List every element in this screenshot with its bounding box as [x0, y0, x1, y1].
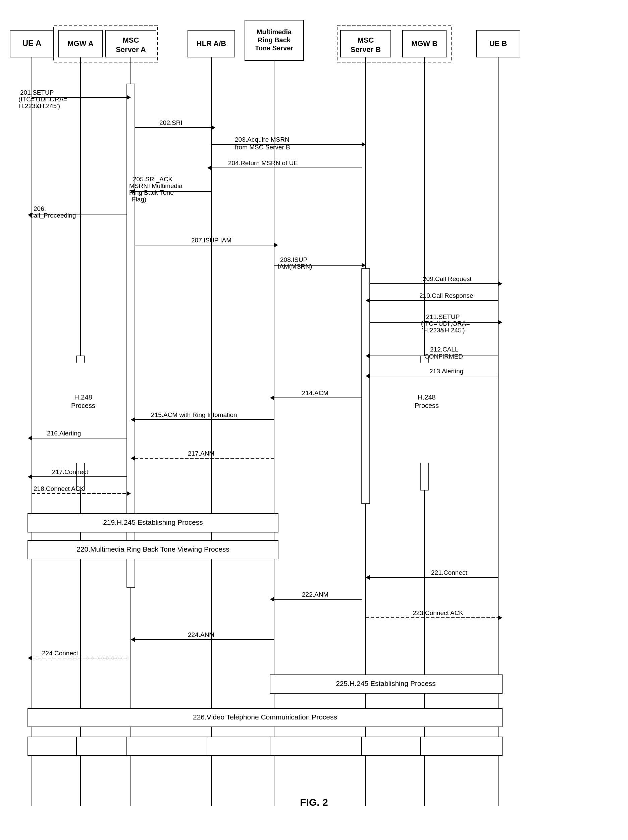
- svg-text:Server B: Server B: [351, 45, 381, 54]
- svg-marker-91: [270, 395, 274, 400]
- svg-text:MSC: MSC: [357, 36, 374, 44]
- svg-marker-113: [366, 575, 370, 580]
- svg-text:Process: Process: [415, 402, 439, 409]
- svg-text:MSC: MSC: [123, 36, 139, 44]
- svg-text:UE A: UE A: [22, 39, 41, 48]
- svg-marker-97: [28, 436, 32, 441]
- svg-text:IAM(MSRN): IAM(MSRN): [278, 263, 312, 270]
- svg-text:210.Call Response: 210.Call Response: [419, 292, 473, 299]
- svg-text:224.Connect: 224.Connect: [42, 650, 78, 657]
- svg-text:H.248: H.248: [74, 393, 92, 401]
- svg-text:Server A: Server A: [116, 45, 146, 54]
- svg-text:209.Call Request: 209.Call Request: [423, 275, 472, 283]
- svg-text:222.ANM: 222.ANM: [302, 591, 329, 598]
- svg-text:223.Connect ACK: 223.Connect ACK: [412, 609, 463, 616]
- svg-text:from MSC Server B: from MSC Server B: [235, 144, 290, 151]
- svg-text:218.Connect ACK: 218.Connect ACK: [33, 485, 84, 492]
- svg-marker-69: [362, 263, 366, 268]
- svg-text:221.Connect: 221.Connect: [431, 569, 467, 576]
- svg-text:205.SRI_ACK: 205.SRI_ACK: [133, 175, 173, 183]
- svg-text:203.Acquire MSRN: 203.Acquire MSRN: [235, 136, 290, 143]
- svg-text:Tone Server: Tone Server: [255, 44, 293, 52]
- svg-text:(ITC='UDI',ORA=': (ITC='UDI',ORA=': [19, 96, 68, 103]
- svg-text:CONFIRMED: CONFIRMED: [424, 353, 463, 360]
- svg-text:H.248: H.248: [418, 393, 436, 401]
- svg-text:224.ANM: 224.ANM: [188, 631, 214, 638]
- svg-text:214.ACM: 214.ACM: [302, 390, 329, 396]
- svg-text:206.: 206.: [33, 205, 46, 212]
- svg-text:Flag): Flag): [132, 196, 146, 203]
- svg-marker-46: [211, 125, 216, 130]
- svg-text:'H.223&H.245'): 'H.223&H.245'): [422, 327, 465, 334]
- svg-marker-125: [28, 656, 32, 660]
- diagram-container: UE A MGW A MSC Server A HLR A/B Multimed…: [0, 0, 628, 840]
- svg-rect-34: [74, 363, 93, 463]
- svg-text:MGW B: MGW B: [411, 39, 438, 48]
- svg-text:FIG. 2: FIG. 2: [300, 797, 328, 808]
- svg-marker-49: [362, 142, 366, 147]
- svg-text:208.ISUP: 208.ISUP: [280, 256, 307, 263]
- svg-text:212.CALL: 212.CALL: [430, 346, 459, 353]
- svg-text:Ring Back: Ring Back: [258, 36, 291, 44]
- svg-text:201.SETUP: 201.SETUP: [20, 89, 54, 96]
- svg-text:HLR A/B: HLR A/B: [197, 39, 226, 48]
- svg-marker-119: [498, 616, 502, 620]
- svg-text:226.Video Telephone Communicat: 226.Video Telephone Communication Proces…: [193, 713, 337, 721]
- svg-marker-66: [274, 243, 278, 248]
- svg-marker-103: [28, 474, 32, 479]
- svg-text:217.ANM: 217.ANM: [188, 450, 214, 457]
- svg-text:UE B: UE B: [489, 39, 507, 48]
- svg-rect-32: [362, 268, 370, 504]
- svg-text:204.Return MSRN of UE: 204.Return MSRN of UE: [228, 159, 298, 167]
- svg-text:215.ACM with Ring Infomation: 215.ACM with Ring Infomation: [151, 411, 237, 418]
- svg-text:211.SETUP: 211.SETUP: [426, 313, 460, 320]
- svg-text:219.H.245 Establishing Process: 219.H.245 Establishing Process: [103, 518, 203, 526]
- svg-text:202.SRI: 202.SRI: [159, 119, 183, 126]
- svg-text:213.Alerting: 213.Alerting: [430, 368, 463, 375]
- svg-text:H.223&H.245'): H.223&H.245'): [19, 103, 60, 109]
- svg-text:Ring Back Tone: Ring Back Tone: [129, 189, 174, 196]
- svg-rect-37: [419, 363, 438, 463]
- svg-marker-116: [270, 597, 274, 602]
- svg-text:225.H.245 Establishing Process: 225.H.245 Establishing Process: [336, 679, 436, 687]
- svg-text:Process: Process: [71, 402, 95, 409]
- svg-text:216.Alerting: 216.Alerting: [47, 430, 81, 437]
- svg-marker-73: [498, 281, 502, 286]
- svg-text:217.Connect: 217.Connect: [52, 468, 88, 475]
- svg-text:207.ISUP IAM: 207.ISUP IAM: [191, 237, 231, 244]
- svg-marker-122: [131, 637, 135, 642]
- svg-text:(ITC='UDI',ORA=: (ITC='UDI',ORA=: [421, 320, 470, 327]
- svg-rect-131: [28, 737, 502, 755]
- svg-marker-53: [207, 166, 211, 170]
- svg-text:MGW A: MGW A: [68, 39, 93, 48]
- svg-text:Multimedia: Multimedia: [257, 28, 292, 36]
- svg-text:MSRN+Multimedia: MSRN+Multimedia: [129, 182, 183, 189]
- svg-rect-30: [127, 84, 135, 587]
- svg-marker-79: [498, 320, 502, 325]
- svg-text:Call_Proceeding: Call_Proceeding: [29, 212, 76, 219]
- svg-text:220.Multimedia Ring Back Tone : 220.Multimedia Ring Back Tone Viewing Pr…: [77, 545, 230, 553]
